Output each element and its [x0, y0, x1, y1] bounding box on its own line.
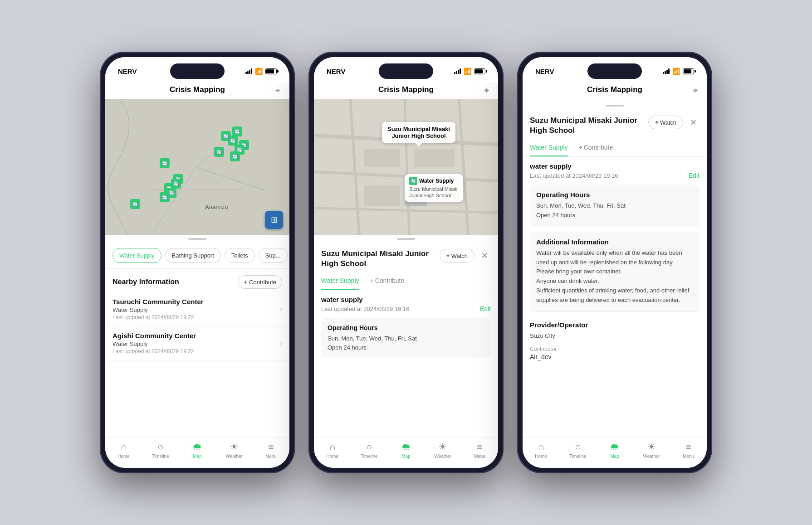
section-name-3: water supply [530, 162, 699, 170]
detail-contributor-section: Contributor Air_dev [530, 343, 699, 363]
map-marker-8[interactable] [160, 158, 170, 168]
info-card-2-0: Operating Hours Sun, Mon, Tue, Wed, Thu,… [321, 318, 491, 358]
tab-label-map-1: Map [193, 454, 201, 459]
tab-weather-1[interactable]: ☀ Weather [216, 441, 253, 459]
wifi-icon-2: 📶 [464, 68, 471, 75]
plus-contribute-icon-3: + [579, 144, 582, 151]
chevron-2: › [280, 339, 282, 347]
phone-content-1: Anamizu ⊞ Water Supply Bathing Support T… [105, 99, 289, 437]
tab-home-2[interactable]: ⌂ Home [314, 441, 351, 459]
anamizu-label: Anamizu [205, 204, 228, 210]
tab-timeline-2[interactable]: ○ Timeline [351, 441, 387, 459]
home-icon-1: ⌂ [121, 441, 127, 453]
home-icon-3: ⌂ [538, 441, 544, 453]
watch-btn-2[interactable]: ⌖ Watch [440, 249, 474, 262]
chip-water-supply[interactable]: Water Supply [113, 248, 161, 263]
panel-title-3: Suzu Municipal Misaki Junior High School [530, 116, 644, 136]
list-item-type-1: Water Supply [113, 306, 204, 313]
map-callout-2[interactable]: Suzu Municipal MisakiJunior High School [382, 122, 455, 143]
update-time-2: Last updated at 2024/08/29 19:16 [321, 306, 409, 312]
scroll-handle-1 [188, 238, 206, 240]
water-callout-2[interactable]: 🔄 Water Supply Suzu Municipal MisakiJuni… [405, 174, 463, 202]
chip-bathing[interactable]: Bathing Support [165, 248, 221, 263]
list-item-2[interactable]: Agishi Community Center Water Supply Las… [105, 326, 289, 360]
tab-map-3[interactable]: 🌧 Map [596, 441, 633, 459]
timeline-icon-3: ○ [575, 441, 581, 453]
status-icons-1: 📶 [245, 68, 277, 75]
detail-section-title-3-0: Operating Hours [536, 191, 693, 199]
status-icons-2: 📶 [454, 68, 485, 75]
layer-btn-1[interactable]: ⊞ [265, 211, 283, 229]
contributor-label: Contributor [530, 346, 699, 352]
battery-icon-1 [265, 68, 277, 74]
tab-timeline-1[interactable]: ○ Timeline [142, 441, 179, 459]
map-icon-1: 🌧 [192, 441, 202, 453]
detail-provider-section: Provider/Operator Suzu City [530, 316, 699, 344]
tab-label-map-3: Map [610, 454, 619, 459]
panel-tabs-3: Water Supply + Contribute [523, 139, 707, 157]
panel-title-2: Suzu Municipal Misaki Junior High School [321, 249, 435, 269]
map-marker-1[interactable] [214, 147, 224, 157]
list-item-type-2: Water Supply [113, 340, 196, 347]
detail-section-title-3-1: Additional Information [536, 238, 693, 246]
detail-section-3-0: Operating Hours Sun, Mon, Tue, Wed, Thu,… [530, 185, 699, 227]
chevron-1: › [280, 305, 282, 313]
tab-map-1[interactable]: 🌧 Map [179, 441, 215, 459]
list-item-1[interactable]: Tsuruchi Community Center Water Supply L… [105, 292, 289, 326]
panel-tab-water-3[interactable]: Water Supply [530, 139, 568, 156]
contribute-label-1: Contribute [249, 279, 276, 286]
phone-content-2: Suzu Municipal MisakiJunior High School … [314, 99, 498, 437]
glasses-btn-1[interactable]: ⌖ [275, 85, 280, 96]
map-marker-5[interactable] [230, 151, 240, 161]
scroll-handle-2 [397, 238, 415, 240]
map-marker-14[interactable] [130, 199, 140, 209]
wifi-icon-3: 📶 [672, 68, 680, 75]
map-marker-7[interactable] [232, 126, 242, 136]
chip-more[interactable]: Sup... [259, 248, 288, 263]
panel-tab-contribute-3[interactable]: + Contribute [579, 139, 613, 156]
map-marker-11[interactable] [171, 179, 181, 189]
panel-title-row-2: Suzu Municipal Misaki Junior High School… [314, 243, 498, 269]
map-area-2[interactable]: Suzu Municipal MisakiJunior High School … [314, 99, 498, 235]
tab-timeline-3[interactable]: ○ Timeline [559, 441, 596, 459]
tab-map-2[interactable]: 🌧 Map [387, 441, 424, 459]
tab-menu-1[interactable]: ≡ Menu [253, 441, 289, 459]
map-area-1[interactable]: Anamizu ⊞ [105, 99, 289, 235]
chip-toilets[interactable]: Toilets [225, 248, 255, 263]
app-header-1: Crisis Mapping ⌖ [105, 82, 289, 99]
tab-label-weather-2: Weather [434, 454, 451, 459]
app-header-3: Crisis Mapping ⌖ [523, 82, 707, 99]
contribute-btn-1[interactable]: + Contribute [238, 275, 282, 289]
panel-body-2: water supply Last updated at 2024/08/29 … [314, 290, 498, 368]
close-btn-3[interactable]: ✕ [687, 116, 699, 129]
tab-menu-3[interactable]: ≡ Menu [670, 441, 707, 459]
section-name-2: water supply [321, 296, 491, 303]
close-btn-2[interactable]: ✕ [478, 249, 491, 262]
detail-section-text-3-2: Suzu City [530, 331, 699, 341]
water-marker-icon: 🔄 [409, 177, 417, 185]
tab-weather-3[interactable]: ☀ Weather [633, 441, 670, 459]
glasses-btn-2[interactable]: ⌖ [484, 85, 489, 96]
tab-bar-1: ⌂ Home ○ Timeline 🌧 Map ☀ Weather ≡ Menu [105, 437, 289, 468]
plus-contribute-icon-2: + [370, 277, 374, 284]
sheet-handle-area-3 [523, 99, 707, 109]
panel-actions-3: ⌖ Watch ✕ [648, 116, 699, 129]
map-icon-2: 🌧 [401, 441, 411, 453]
tab-home-1[interactable]: ⌂ Home [105, 441, 142, 459]
panel-tab-water-2[interactable]: Water Supply [321, 272, 359, 290]
tab-label-weather-1: Weather [225, 454, 243, 459]
map-marker-13[interactable] [160, 192, 170, 202]
edit-btn-2[interactable]: Edit [480, 305, 491, 312]
glasses-watch-icon-3: ⌖ [655, 119, 658, 126]
glasses-btn-3[interactable]: ⌖ [693, 85, 698, 96]
watch-btn-3[interactable]: ⌖ Watch [648, 116, 683, 129]
tab-menu-2[interactable]: ≡ Menu [461, 441, 498, 459]
map-marker-6[interactable] [221, 131, 231, 141]
battery-icon-2 [474, 68, 485, 74]
edit-btn-3[interactable]: Edit [689, 172, 699, 179]
tab-weather-2[interactable]: ☀ Weather [425, 441, 461, 459]
list-item-time-2: Last updated at 2024/08/29 19:22 [113, 348, 196, 355]
filter-bar-1: Water Supply Bathing Support Toilets Sup… [105, 243, 289, 269]
panel-tab-contribute-2[interactable]: + Contribute [370, 272, 405, 290]
tab-home-3[interactable]: ⌂ Home [523, 441, 559, 459]
